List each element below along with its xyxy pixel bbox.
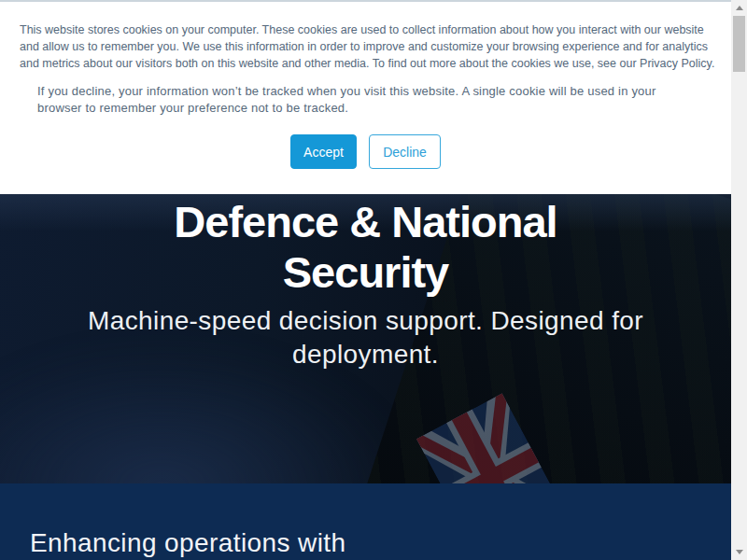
scrollbar-up-button[interactable] bbox=[731, 0, 747, 16]
hero-title-wrap: Defence & National Security bbox=[0, 197, 731, 298]
intro-section: Enhancing operations with bbox=[0, 483, 731, 560]
page: This website stores cookies on your comp… bbox=[0, 0, 747, 560]
cookie-message: This website stores cookies on your comp… bbox=[20, 21, 718, 72]
privacy-policy-link[interactable]: Privacy Policy bbox=[640, 57, 712, 70]
vertical-scrollbar[interactable] bbox=[731, 0, 747, 560]
hero-subtitle-wrap: Machine-speed decision support. Designed… bbox=[0, 304, 731, 371]
hero-banner: Defence & National Security Machine-spee… bbox=[0, 194, 731, 483]
cookie-button-row: Accept Decline bbox=[0, 134, 731, 169]
hero-title: Defence & National Security bbox=[123, 197, 609, 298]
scroll-down-arrow-icon bbox=[736, 550, 743, 554]
accept-cookies-button[interactable]: Accept bbox=[290, 134, 357, 169]
cookie-decline-note: If you decline, your information won’t b… bbox=[37, 83, 665, 117]
scroll-up-arrow-icon bbox=[736, 6, 743, 10]
cookie-message-text: This website stores cookies on your comp… bbox=[20, 23, 708, 70]
cookie-message-period: . bbox=[712, 57, 714, 70]
page-content: This website stores cookies on your comp… bbox=[0, 0, 731, 560]
scrollbar-down-button[interactable] bbox=[731, 544, 747, 560]
intro-section-heading: Enhancing operations with bbox=[30, 528, 345, 558]
scrollbar-thumb[interactable] bbox=[733, 16, 745, 72]
hero-subtitle: Machine-speed decision support. Designed… bbox=[67, 304, 665, 371]
decline-cookies-button[interactable]: Decline bbox=[369, 134, 441, 169]
cookie-consent-banner: This website stores cookies on your comp… bbox=[0, 0, 731, 194]
